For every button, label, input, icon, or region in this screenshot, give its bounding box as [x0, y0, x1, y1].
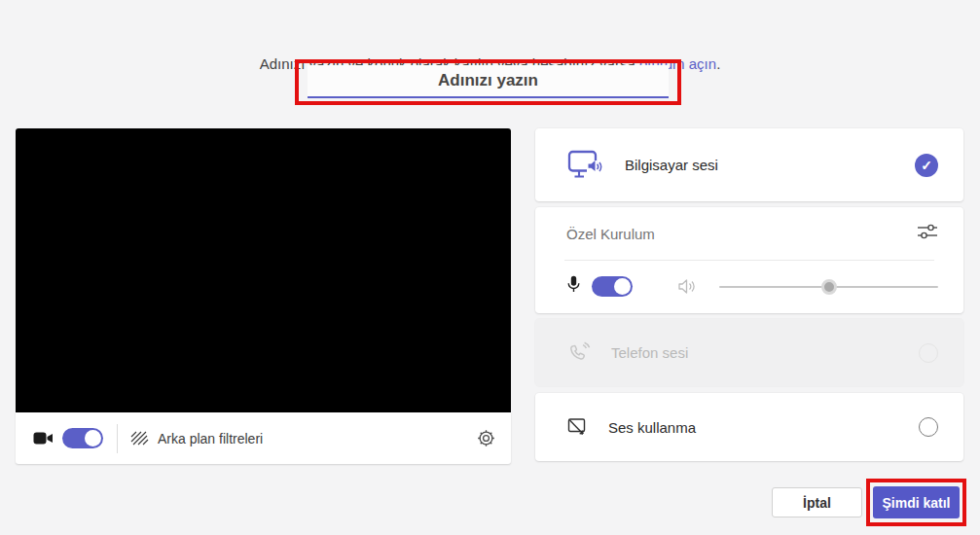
mic-volume-row [535, 261, 963, 312]
camera-icon [33, 431, 54, 446]
camera-toggle[interactable] [62, 428, 103, 448]
camera-toggle-knob [85, 430, 101, 446]
phone-audio-radio [919, 343, 938, 363]
join-now-button[interactable]: Şimdi katıl [873, 486, 960, 518]
option-phone-audio: Telefon sesi [535, 319, 963, 386]
custom-setup-row: Özel Kurulum [535, 207, 963, 260]
microphone-toggle-knob [614, 278, 631, 295]
teams-prejoin-screen: Adınızı yazın ve konuk olarak katılın ve… [0, 0, 980, 535]
speaker-icon [677, 278, 698, 295]
custom-setup-card: Özel Kurulum [535, 207, 963, 313]
background-filters-label[interactable]: Arka plan filtreleri [158, 431, 263, 446]
name-input[interactable]: Adınızı yazın [308, 65, 669, 98]
no-audio-icon [567, 417, 589, 437]
name-input-placeholder: Adınızı yazın [438, 71, 538, 90]
phone-audio-label: Telefon sesi [611, 344, 688, 361]
cancel-button[interactable]: İptal [772, 487, 862, 517]
video-preview [16, 128, 511, 412]
no-audio-label: Ses kullanma [608, 419, 696, 436]
option-computer-audio[interactable]: Bilgisayar sesi ✓ [535, 128, 963, 201]
computer-audio-icon [567, 150, 602, 180]
no-audio-radio[interactable] [919, 417, 938, 437]
video-controls-bar: Arka plan filtreleri [16, 412, 511, 464]
annotation-box-name-input: Adınızı yazın [295, 59, 681, 105]
volume-slider-thumb[interactable] [821, 279, 837, 295]
computer-audio-label: Bilgisayar sesi [625, 157, 718, 173]
microphone-toggle[interactable] [592, 276, 633, 297]
microphone-icon [567, 275, 580, 298]
divider [117, 424, 118, 453]
annotation-box-join-button: Şimdi katıl [866, 479, 966, 526]
intro-period: . [716, 55, 720, 72]
device-settings-icon[interactable] [917, 223, 938, 244]
custom-setup-label: Özel Kurulum [566, 226, 655, 242]
volume-slider[interactable] [719, 279, 938, 295]
option-no-audio[interactable]: Ses kullanma [535, 393, 963, 461]
settings-gear-icon[interactable] [477, 429, 495, 447]
background-filters-icon [130, 431, 149, 446]
selected-check-icon: ✓ [915, 154, 938, 177]
phone-audio-icon [567, 341, 592, 365]
